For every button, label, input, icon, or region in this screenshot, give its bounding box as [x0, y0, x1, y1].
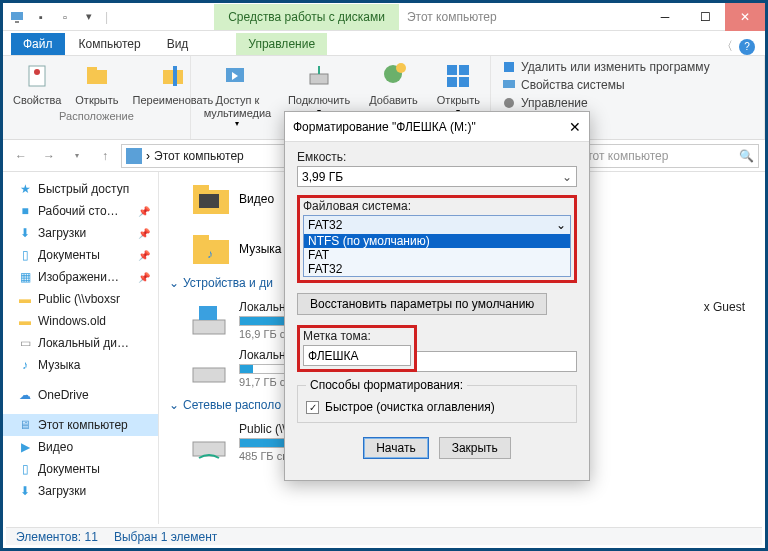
tab-computer[interactable]: Компьютер — [67, 33, 153, 55]
svg-rect-5 — [87, 67, 97, 71]
ribbon-collapse-icon[interactable]: 〈 — [721, 38, 733, 55]
gear-icon — [501, 95, 517, 111]
download-icon: ⬇ — [17, 225, 33, 241]
tree-documents2[interactable]: ▯Документы — [3, 458, 158, 480]
fs-option[interactable]: NTFS (по умолчанию) — [304, 234, 570, 248]
svg-rect-28 — [193, 320, 225, 334]
titlebar: ▪ ▫ ▾ | Средства работы с дисками Этот к… — [3, 3, 765, 31]
volume-label-input-ext[interactable] — [417, 351, 577, 372]
quick-format-checkbox[interactable]: ✓Быстрое (очистка оглавления) — [306, 400, 568, 414]
svg-rect-16 — [459, 77, 469, 87]
close-icon[interactable]: ✕ — [569, 119, 581, 135]
fs-option[interactable]: FAT32 — [304, 262, 570, 276]
pc-icon — [501, 77, 517, 93]
desktop-icon: ■ — [17, 203, 33, 219]
svg-rect-0 — [11, 12, 23, 20]
tree-desktop[interactable]: ■Рабочий сто…📌 — [3, 200, 158, 222]
back-button[interactable]: ← — [9, 144, 33, 168]
methods-legend: Способы форматирования: — [306, 378, 467, 392]
tab-view[interactable]: Вид — [155, 33, 201, 55]
restore-defaults-button[interactable]: Восстановить параметры по умолчанию — [297, 293, 547, 315]
doc-icon: ▯ — [17, 247, 33, 263]
uninstall-link[interactable]: Удалить или изменить программу — [497, 58, 758, 76]
capacity-select[interactable]: 3,99 ГБ⌄ — [297, 166, 577, 187]
sysprops-link[interactable]: Свойства системы — [497, 76, 758, 94]
download-icon: ⬇ — [17, 483, 33, 499]
properties-button[interactable]: Свойства — [9, 58, 65, 109]
forward-button[interactable]: → — [37, 144, 61, 168]
history-button[interactable]: ▾ — [65, 144, 89, 168]
qat-item[interactable]: ▫ — [57, 9, 73, 25]
contextual-tab-header: Средства работы с дисками — [214, 4, 399, 30]
chevron-down-icon: ▾ — [235, 119, 239, 128]
tree-pictures[interactable]: ▦Изображени…📌 — [3, 266, 158, 288]
capacity-label: Емкость: — [297, 150, 577, 164]
dialog-footer: Начать Закрыть — [297, 437, 577, 459]
tree-quick-access[interactable]: ★Быстрый доступ — [3, 178, 158, 200]
format-methods-group: Способы форматирования: ✓Быстрое (очистк… — [297, 378, 577, 423]
fs-select[interactable]: FAT32⌄ NTFS (по умолчанию) FAT FAT32 — [303, 215, 571, 277]
svg-rect-15 — [447, 77, 457, 87]
svg-rect-13 — [447, 65, 457, 75]
manage-link[interactable]: Управление — [497, 94, 758, 112]
open-button[interactable]: Открыть — [71, 58, 122, 109]
breadcrumb[interactable]: Этот компьютер — [154, 149, 244, 163]
pic-icon: ▦ — [17, 269, 33, 285]
status-bar: Элементов: 11 Выбран 1 элемент — [6, 527, 762, 545]
folder-icon: ▬ — [17, 313, 33, 329]
close-button[interactable]: ✕ — [725, 3, 765, 31]
svg-rect-22 — [199, 194, 219, 208]
svg-rect-31 — [193, 442, 225, 456]
fs-option[interactable]: FAT — [304, 248, 570, 262]
help-icon[interactable]: ? — [739, 39, 755, 55]
svg-rect-17 — [504, 62, 514, 72]
tree-documents[interactable]: ▯Документы📌 — [3, 244, 158, 266]
start-button[interactable]: Начать — [363, 437, 429, 459]
divider: | — [105, 10, 108, 24]
maximize-button[interactable]: ☐ — [685, 3, 725, 31]
svg-rect-26 — [193, 235, 209, 241]
tree-localdisk[interactable]: ▭Локальный ди… — [3, 332, 158, 354]
window-controls: ─ ☐ ✕ — [645, 3, 765, 31]
highlight-filesystem: Файловая система: FAT32⌄ NTFS (по умолча… — [297, 195, 577, 283]
up-button[interactable]: ↑ — [93, 144, 117, 168]
svg-rect-18 — [503, 80, 515, 88]
star-icon: ★ — [17, 181, 33, 197]
svg-rect-21 — [193, 185, 209, 191]
qat-overflow[interactable]: ▾ — [81, 9, 97, 25]
tree-winold[interactable]: ▬Windows.old — [3, 310, 158, 332]
dialog-title: Форматирование "ФЛЕШКА (M:)" — [293, 120, 476, 134]
ribbon-tabs: Файл Компьютер Вид Управление 〈 ? — [3, 31, 765, 55]
tree-downloads[interactable]: ⬇Загрузки📌 — [3, 222, 158, 244]
svg-rect-14 — [459, 65, 469, 75]
media-access-button[interactable]: Доступ к мультимедиа▾ — [197, 58, 278, 130]
drive-icon: ▭ — [17, 335, 33, 351]
tree-video[interactable]: ▶Видео — [3, 436, 158, 458]
format-dialog: Форматирование "ФЛЕШКА (M:)" ✕ Емкость: … — [284, 111, 590, 481]
tab-manage[interactable]: Управление — [236, 33, 327, 55]
drive-icon — [189, 300, 229, 340]
close-button[interactable]: Закрыть — [439, 437, 511, 459]
guest-drive-tail: x Guest — [704, 300, 745, 314]
checkbox-icon: ✓ — [306, 401, 319, 414]
svg-point-19 — [504, 98, 514, 108]
qat-item[interactable]: ▪ — [33, 9, 49, 25]
doc-icon: ▯ — [17, 461, 33, 477]
tree-onedrive[interactable]: ☁OneDrive — [3, 384, 158, 406]
dialog-titlebar[interactable]: Форматирование "ФЛЕШКА (M:)" ✕ — [285, 112, 589, 142]
svg-rect-4 — [87, 70, 107, 84]
tree-public[interactable]: ▬Public (\\vboxsr — [3, 288, 158, 310]
svg-rect-29 — [199, 306, 217, 320]
highlight-label: Метка тома: ФЛЕШКА — [297, 325, 417, 372]
folder-icon: ▬ — [17, 291, 33, 307]
tab-file[interactable]: Файл — [11, 33, 65, 55]
svg-point-3 — [34, 69, 40, 75]
quick-access-toolbar: ▪ ▫ ▾ | — [3, 9, 114, 25]
minimize-button[interactable]: ─ — [645, 3, 685, 31]
tree-downloads2[interactable]: ⬇Загрузки — [3, 480, 158, 502]
tree-thispc[interactable]: 🖥Этот компьютер — [3, 414, 158, 436]
status-count: Элементов: 11 — [16, 530, 98, 544]
volume-label-input[interactable]: ФЛЕШКА — [303, 345, 411, 366]
fs-label: Файловая система: — [303, 199, 571, 213]
tree-music[interactable]: ♪Музыка — [3, 354, 158, 376]
